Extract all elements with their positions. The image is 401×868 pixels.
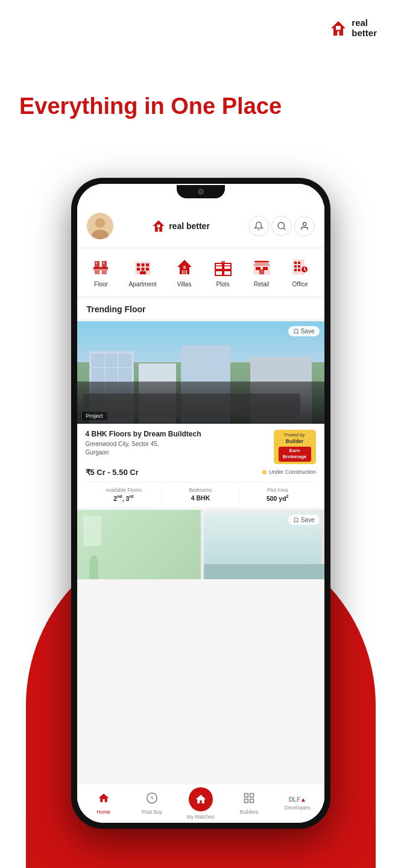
plots-icon — [212, 256, 234, 278]
svg-rect-39 — [259, 269, 264, 274]
logo-text: real better — [352, 18, 377, 38]
status-text: Under Construction — [269, 469, 316, 475]
property-image-1: Save Project — [77, 321, 324, 424]
category-apartment[interactable]: Apartment — [128, 256, 156, 288]
spec-bedrooms: Bedrooms 4 BHK — [162, 487, 239, 502]
svg-line-9 — [283, 228, 285, 230]
svg-rect-29 — [183, 266, 186, 269]
office-label: Office — [292, 281, 308, 288]
plant-element — [89, 555, 98, 579]
my-matches-label: My Matches — [187, 814, 215, 820]
spec-floors: Available Floors 2nd, 3rd — [86, 487, 163, 502]
status-indicator: Under Construction — [262, 469, 316, 475]
my-matches-center-button[interactable] — [189, 787, 213, 811]
nav-my-matches[interactable]: My Matches — [176, 787, 224, 820]
property-address: Greenwood City, Sector 45, Gurgaon — [86, 440, 201, 457]
svg-rect-40 — [254, 261, 269, 262]
svg-rect-14 — [93, 269, 108, 271]
svg-rect-21 — [141, 263, 144, 266]
posted-by-label: Posted by — [279, 432, 311, 438]
phone-screen: real better — [77, 184, 324, 823]
property-specs: Available Floors 2nd, 3rd Bedrooms 4 BHK — [86, 482, 316, 502]
property-price: ₹5 Cr - 5.50 Cr — [86, 468, 139, 477]
headline: Everything in One Place — [19, 93, 282, 120]
category-villas[interactable]: Villas — [174, 256, 195, 288]
bottom-navigation: Home Post Buy — [77, 784, 324, 823]
villas-icon — [174, 256, 195, 278]
app-logo: real better — [151, 219, 210, 233]
svg-rect-20 — [137, 263, 140, 266]
villas-label: Villas — [177, 281, 192, 288]
room-wall — [77, 510, 201, 579]
bedrooms-label: Bedrooms — [162, 487, 239, 493]
save-button-2[interactable]: Save — [288, 515, 320, 525]
builders-label: Builders — [240, 809, 259, 815]
user-avatar[interactable] — [87, 213, 113, 239]
card-title: 4 BHK Floors by Dream Buildtech Greenwoo… — [86, 430, 201, 457]
spec-area: Plot Area 500 yd2 — [239, 487, 316, 502]
card-title-row: 4 BHK Floors by Dream Buildtech Greenwoo… — [86, 430, 316, 464]
front-camera — [198, 189, 204, 195]
nav-builders[interactable]: Builders — [225, 792, 273, 815]
search-button[interactable] — [271, 216, 292, 236]
property-card-2[interactable]: Save — [77, 510, 324, 579]
app-content: real better — [77, 184, 324, 823]
floor-label: Floor — [94, 281, 108, 288]
property-card-info-1: 4 BHK Floors by Dream Buildtech Greenwoo… — [77, 424, 324, 508]
post-buy-icon — [146, 792, 158, 807]
svg-rect-45 — [298, 265, 300, 268]
status-dot-icon — [262, 470, 267, 474]
category-retail[interactable]: Retail — [251, 256, 273, 288]
office-icon — [289, 256, 311, 278]
counter-element — [204, 564, 324, 579]
svg-rect-24 — [141, 268, 144, 271]
section-title: Trending Floor — [77, 298, 324, 319]
nav-developers[interactable]: DLF▲ Developers — [273, 796, 321, 811]
category-floor[interactable]: Floor — [90, 256, 112, 288]
header-action-icons — [248, 216, 315, 236]
retail-label: Retail — [254, 281, 270, 288]
posted-by-badge: Posted by Builder Earn Brokerage — [274, 430, 316, 464]
nav-post-buy[interactable]: Post Buy — [128, 792, 176, 815]
svg-rect-15 — [95, 271, 99, 274]
window-element — [83, 516, 101, 546]
svg-rect-50 — [244, 794, 248, 797]
category-plots[interactable]: Plots — [212, 256, 234, 288]
posted-role: Builder — [279, 438, 311, 445]
svg-rect-44 — [294, 265, 297, 268]
price-row: ₹5 Cr - 5.50 Cr Under Construction — [86, 468, 316, 477]
floors-label: Available Floors — [86, 487, 162, 493]
svg-rect-17 — [96, 262, 97, 264]
property-card-1[interactable]: Save Project 4 BHK Floors by Dream Build… — [77, 321, 324, 508]
area-label: Plot Area — [239, 487, 316, 493]
post-buy-label: Post Buy — [142, 809, 162, 815]
app-logo-text: real better — [169, 221, 210, 231]
svg-point-5 — [95, 218, 105, 228]
profile-button[interactable] — [294, 216, 315, 236]
property-title: 4 BHK Floors by Dream Buildtech — [86, 430, 201, 438]
svg-rect-23 — [137, 268, 140, 271]
svg-rect-33 — [224, 271, 231, 275]
svg-rect-28 — [183, 270, 186, 274]
category-office[interactable]: Office — [289, 256, 311, 288]
nav-home[interactable]: Home — [80, 792, 128, 815]
svg-point-8 — [278, 222, 285, 229]
svg-rect-35 — [221, 261, 225, 265]
svg-rect-16 — [102, 271, 107, 274]
property-categories: Floor — [77, 249, 324, 296]
floor-icon — [90, 256, 112, 278]
svg-rect-11 — [93, 267, 108, 269]
svg-rect-22 — [146, 263, 149, 266]
top-logo: real better — [329, 18, 377, 38]
property-image-2: Save — [77, 510, 324, 579]
phone-notch — [177, 185, 225, 198]
area-value: 500 yd2 — [239, 494, 316, 502]
plots-label: Plots — [216, 281, 229, 288]
notification-button[interactable] — [248, 216, 269, 236]
retail-icon — [251, 256, 273, 278]
save-button-1[interactable]: Save — [288, 326, 320, 336]
builders-icon — [243, 792, 255, 807]
svg-rect-53 — [250, 799, 254, 803]
svg-rect-46 — [294, 269, 297, 271]
logo-house-icon — [329, 19, 348, 38]
